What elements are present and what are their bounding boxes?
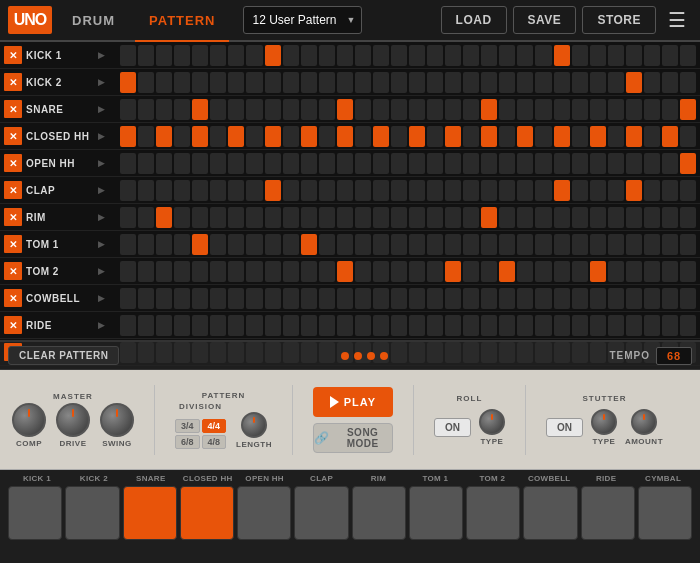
step[interactable] (535, 180, 551, 201)
step[interactable] (138, 126, 154, 147)
step[interactable] (535, 207, 551, 228)
step[interactable] (228, 45, 244, 66)
step[interactable] (517, 261, 533, 282)
step[interactable] (608, 288, 624, 309)
step[interactable] (228, 315, 244, 336)
step[interactable] (427, 261, 443, 282)
row-checkbox[interactable]: ✕ (4, 235, 22, 253)
step[interactable] (554, 99, 570, 120)
step[interactable] (355, 153, 371, 174)
step[interactable] (301, 261, 317, 282)
step[interactable] (355, 72, 371, 93)
step[interactable] (120, 72, 136, 93)
step[interactable] (535, 45, 551, 66)
step[interactable] (174, 126, 190, 147)
step[interactable] (608, 207, 624, 228)
step[interactable] (391, 234, 407, 255)
step[interactable] (590, 342, 606, 363)
step[interactable] (265, 99, 281, 120)
step[interactable] (246, 342, 262, 363)
step[interactable] (192, 180, 208, 201)
step[interactable] (138, 180, 154, 201)
row-checkbox[interactable]: ✕ (4, 127, 22, 145)
step[interactable] (301, 207, 317, 228)
row-play-icon[interactable]: ▶ (98, 50, 112, 60)
step[interactable] (409, 45, 425, 66)
step[interactable] (283, 45, 299, 66)
step[interactable] (427, 153, 443, 174)
step[interactable] (337, 207, 353, 228)
step[interactable] (174, 207, 190, 228)
step[interactable] (481, 99, 497, 120)
step[interactable] (572, 288, 588, 309)
step[interactable] (554, 342, 570, 363)
step[interactable] (373, 207, 389, 228)
step[interactable] (463, 126, 479, 147)
step[interactable] (427, 99, 443, 120)
step[interactable] (192, 153, 208, 174)
step[interactable] (192, 234, 208, 255)
step[interactable] (481, 72, 497, 93)
step[interactable] (174, 72, 190, 93)
step[interactable] (662, 72, 678, 93)
step[interactable] (554, 207, 570, 228)
step[interactable] (409, 234, 425, 255)
step[interactable] (608, 261, 624, 282)
step[interactable] (192, 45, 208, 66)
step[interactable] (355, 45, 371, 66)
step[interactable] (590, 315, 606, 336)
step[interactable] (590, 99, 606, 120)
step[interactable] (283, 99, 299, 120)
step[interactable] (265, 126, 281, 147)
step[interactable] (535, 342, 551, 363)
step[interactable] (554, 180, 570, 201)
division-button[interactable]: 4/4 (202, 419, 227, 433)
step[interactable] (590, 45, 606, 66)
step[interactable] (590, 180, 606, 201)
step[interactable] (680, 45, 696, 66)
step[interactable] (246, 72, 262, 93)
step[interactable] (608, 72, 624, 93)
step[interactable] (138, 207, 154, 228)
step[interactable] (626, 180, 642, 201)
step[interactable] (590, 72, 606, 93)
step[interactable] (391, 288, 407, 309)
step[interactable] (373, 72, 389, 93)
division-button[interactable]: 4/8 (202, 435, 227, 449)
step[interactable] (680, 126, 696, 147)
step[interactable] (481, 261, 497, 282)
step[interactable] (156, 45, 172, 66)
step[interactable] (608, 153, 624, 174)
step[interactable] (590, 153, 606, 174)
step[interactable] (409, 207, 425, 228)
step[interactable] (192, 99, 208, 120)
step[interactable] (228, 288, 244, 309)
step[interactable] (246, 126, 262, 147)
step[interactable] (644, 72, 660, 93)
step[interactable] (355, 126, 371, 147)
step[interactable] (535, 234, 551, 255)
step[interactable] (265, 45, 281, 66)
step[interactable] (337, 261, 353, 282)
step[interactable] (156, 180, 172, 201)
step[interactable] (463, 207, 479, 228)
step[interactable] (391, 99, 407, 120)
step[interactable] (265, 288, 281, 309)
step[interactable] (626, 153, 642, 174)
step[interactable] (301, 180, 317, 201)
step[interactable] (319, 207, 335, 228)
step[interactable] (156, 153, 172, 174)
row-play-icon[interactable]: ▶ (98, 266, 112, 276)
step[interactable] (680, 99, 696, 120)
step[interactable] (120, 261, 136, 282)
tab-drum[interactable]: DRUM (58, 0, 129, 41)
step[interactable] (246, 45, 262, 66)
step[interactable] (572, 72, 588, 93)
step[interactable] (138, 261, 154, 282)
step[interactable] (174, 180, 190, 201)
page-dot[interactable] (380, 352, 388, 360)
step[interactable] (662, 234, 678, 255)
step[interactable] (554, 153, 570, 174)
step[interactable] (283, 261, 299, 282)
step[interactable] (120, 153, 136, 174)
